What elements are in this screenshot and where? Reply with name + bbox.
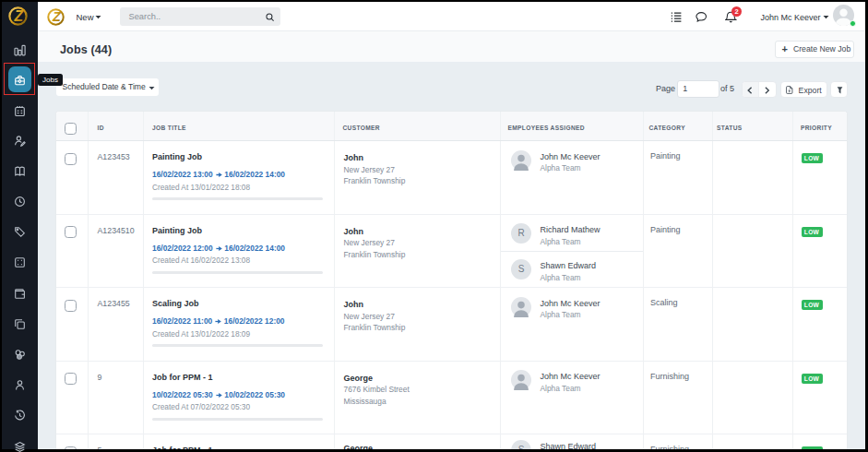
- svg-text:Z: Z: [51, 9, 61, 24]
- svg-text:Z: Z: [14, 8, 25, 24]
